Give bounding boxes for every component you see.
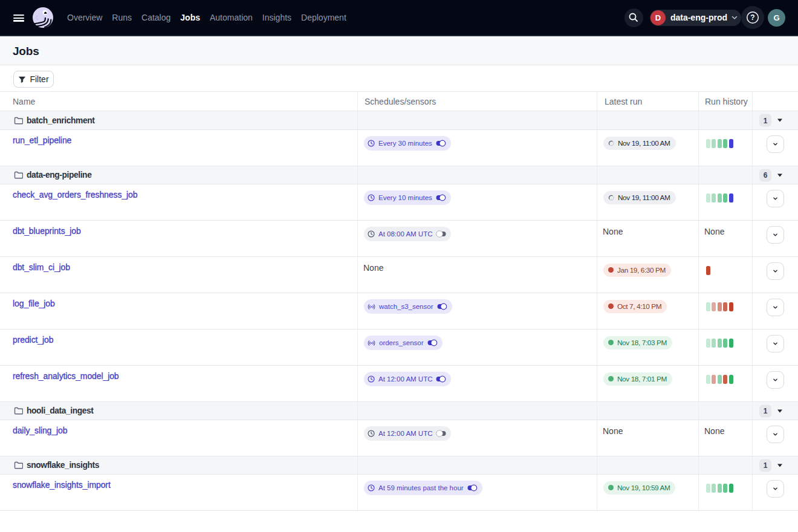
svg-text:?: ?	[750, 13, 754, 22]
